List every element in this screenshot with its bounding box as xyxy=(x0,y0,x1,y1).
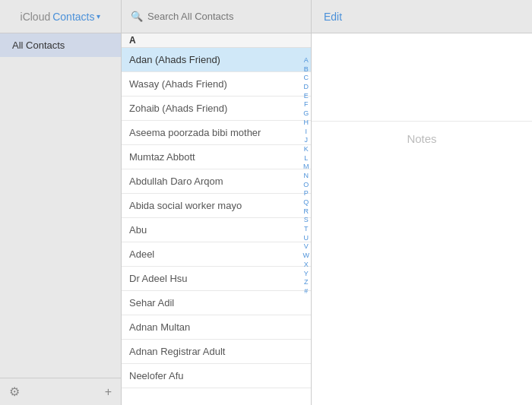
alpha-letter[interactable]: M xyxy=(303,163,309,172)
contact-name: Abu xyxy=(129,224,147,236)
contact-item[interactable]: Adeel xyxy=(122,242,311,267)
contact-item[interactable]: Adan (Ahads Friend) xyxy=(122,48,311,72)
alpha-letter[interactable]: Y xyxy=(304,270,309,279)
contact-item[interactable]: Adnan Multan xyxy=(122,315,311,340)
alpha-letter[interactable]: Z xyxy=(304,278,309,287)
alpha-letter[interactable]: X xyxy=(304,261,309,270)
contact-name: Aseema poorzada bibi mother xyxy=(129,127,261,138)
alpha-letter[interactable]: P xyxy=(304,189,309,198)
contact-name: Zohaib (Ahads Friend) xyxy=(129,103,227,114)
edit-area: Edit xyxy=(312,11,532,23)
contact-item[interactable]: Dr Adeel Hsu xyxy=(122,267,311,291)
notes-label: Notes xyxy=(407,132,436,145)
section-header: A xyxy=(122,33,311,48)
contact-item[interactable]: Abida social worker mayo xyxy=(122,194,311,218)
alpha-letter[interactable]: O xyxy=(303,181,309,190)
alpha-letter[interactable]: K xyxy=(304,145,309,154)
alpha-letter[interactable]: W xyxy=(303,252,310,261)
contact-name: Mumtaz Abbott xyxy=(129,151,195,163)
sidebar-item-label: All Contacts xyxy=(12,40,65,51)
contact-item[interactable]: Zohaib (Ahads Friend) xyxy=(122,97,311,121)
top-bar: iCloud Contacts ▾ 🔍 Edit xyxy=(0,0,532,33)
alpha-letter[interactable]: N xyxy=(304,172,309,181)
contact-name: Sehar Adil xyxy=(129,297,174,308)
alpha-letter[interactable]: R xyxy=(304,207,309,217)
contact-name: Dr Adeel Hsu xyxy=(129,273,188,284)
contact-item[interactable]: Abdullah Daro Arqom xyxy=(122,169,311,194)
contact-name: Abdullah Daro Arqom xyxy=(129,176,223,187)
contact-name: Wasay (Ahads Friend) xyxy=(129,78,227,90)
contact-list-wrapper: AAdan (Ahads Friend)Wasay (Ahads Friend)… xyxy=(122,33,312,405)
alpha-letter[interactable]: D xyxy=(304,83,309,92)
alpha-index[interactable]: ABCDEFGHIJKLMNOPQRSTUVWXYZ# xyxy=(303,56,310,296)
alpha-letter[interactable]: # xyxy=(304,287,308,296)
contact-name: Adnan Multan xyxy=(129,321,190,333)
alpha-letter[interactable]: U xyxy=(304,234,309,243)
alpha-letter[interactable]: T xyxy=(304,225,309,234)
alpha-letter[interactable]: B xyxy=(304,65,309,74)
alpha-letter[interactable]: A xyxy=(304,56,309,65)
contact-item[interactable]: Abu xyxy=(122,218,311,242)
alpha-letter[interactable]: V xyxy=(304,242,309,252)
alpha-letter[interactable]: I xyxy=(305,128,307,137)
contact-name: Adeel xyxy=(129,248,154,260)
alpha-letter[interactable]: Q xyxy=(303,198,309,207)
contact-name: Neelofer Afu xyxy=(129,370,184,381)
edit-button[interactable]: Edit xyxy=(324,11,342,23)
notes-divider xyxy=(312,121,532,122)
search-input[interactable] xyxy=(147,11,302,22)
alpha-letter[interactable]: C xyxy=(304,74,309,83)
add-contact-icon[interactable]: + xyxy=(105,385,112,399)
contact-name: Abida social worker mayo xyxy=(129,200,242,211)
contact-item[interactable]: Wasay (Ahads Friend) xyxy=(122,72,311,97)
settings-icon[interactable]: ⚙ xyxy=(9,384,20,399)
contact-item[interactable]: Mumtaz Abbott xyxy=(122,145,311,169)
contact-item[interactable]: Adnan Registrar Adult xyxy=(122,340,311,364)
contacts-label[interactable]: Contacts xyxy=(52,11,94,23)
contact-item[interactable]: Aseema poorzada bibi mother xyxy=(122,121,311,145)
search-bar: 🔍 xyxy=(122,0,312,33)
contact-list: AAdan (Ahads Friend)Wasay (Ahads Friend)… xyxy=(122,33,311,405)
sidebar: All Contacts ⚙ + xyxy=(0,33,122,405)
top-bar-left: iCloud Contacts ▾ xyxy=(0,0,122,33)
sidebar-footer: ⚙ + xyxy=(0,378,121,405)
icloud-label: iCloud xyxy=(21,11,51,23)
contact-name: Adnan Registrar Adult xyxy=(129,346,225,357)
alpha-letter[interactable]: S xyxy=(304,216,309,225)
alpha-letter[interactable]: L xyxy=(304,154,308,163)
sidebar-item-all-contacts[interactable]: All Contacts xyxy=(0,33,121,57)
contact-item[interactable]: Sehar Adil xyxy=(122,291,311,315)
alpha-letter[interactable]: F xyxy=(304,100,309,109)
search-icon: 🔍 xyxy=(131,11,143,22)
detail-panel-inner: Notes xyxy=(312,33,532,405)
main-content: All Contacts ⚙ + AAdan (Ahads Friend)Was… xyxy=(0,33,532,405)
chevron-down-icon[interactable]: ▾ xyxy=(97,12,100,21)
alpha-letter[interactable]: G xyxy=(303,109,309,119)
alpha-letter[interactable]: H xyxy=(304,119,309,128)
detail-panel: Notes xyxy=(312,33,532,405)
contact-name: Adan (Ahads Friend) xyxy=(129,54,220,65)
alpha-letter[interactable]: E xyxy=(304,92,309,101)
contact-item[interactable]: Neelofer Afu xyxy=(122,364,311,388)
alpha-letter[interactable]: J xyxy=(305,136,309,145)
